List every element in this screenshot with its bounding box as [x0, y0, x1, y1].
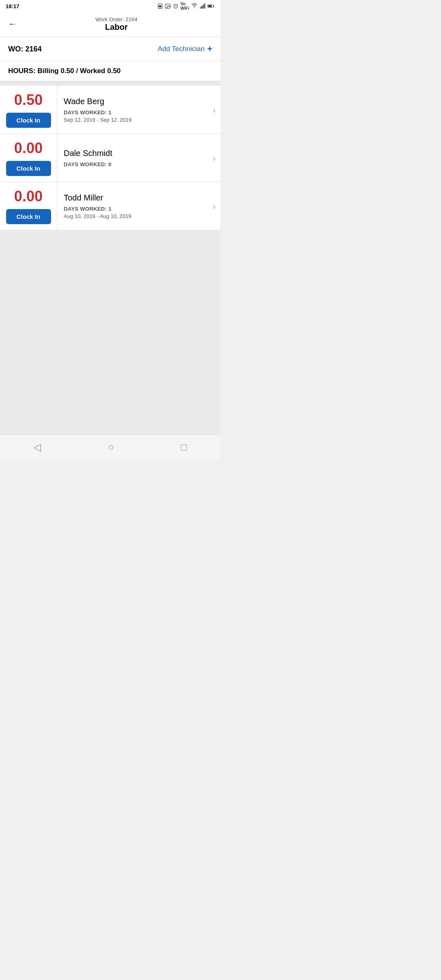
tech-left-3: 0.00 Clock In	[0, 182, 57, 230]
tech-row: 0.50 Clock In Wade Berg DAYS WORKED: 1 S…	[0, 86, 220, 134]
nav-recent-icon[interactable]: □	[181, 441, 187, 453]
battery-icon	[207, 4, 215, 9]
hours-value-1: 0.50	[14, 91, 42, 109]
hours-value-3: 0.00	[14, 188, 42, 205]
svg-rect-10	[200, 7, 201, 9]
days-worked-2: DAYS WORKED: 0	[64, 161, 214, 167]
clock-in-button-2[interactable]: Clock In	[6, 161, 51, 176]
svg-line-7	[174, 4, 174, 5]
back-button[interactable]: ←	[7, 17, 19, 31]
date-range-3: Aug 10, 2019 - Aug 10, 2019	[64, 213, 214, 219]
tech-name-2: Dale Schmidt	[64, 149, 214, 158]
svg-rect-13	[204, 4, 205, 9]
clock-in-button-1[interactable]: Clock In	[6, 113, 51, 128]
top-bar: WO: 2164 Add Technician +	[0, 37, 220, 61]
hours-text: HOURS: Billing 0.50 / Worked 0.50	[8, 67, 121, 75]
add-tech-icon: +	[207, 44, 212, 54]
header-titles: Work Order: 2164 Labor	[19, 16, 214, 32]
image-icon	[165, 3, 171, 9]
svg-rect-11	[201, 6, 202, 8]
svg-rect-1	[159, 5, 161, 7]
tech-right-1[interactable]: Wade Berg DAYS WORKED: 1 Sep 12, 2019 - …	[57, 86, 220, 134]
header: ← Work Order: 2164 Labor	[0, 12, 220, 37]
tech-name-3: Todd Miller	[64, 193, 214, 203]
separator	[0, 82, 220, 86]
svg-point-3	[167, 5, 167, 6]
status-icons: VoWiFi	[157, 2, 215, 11]
nav-home-icon[interactable]: ○	[108, 441, 114, 453]
alarm-icon	[173, 3, 178, 9]
svg-rect-16	[208, 5, 212, 7]
tech-left-2: 0.00 Clock In	[0, 134, 57, 182]
tech-name-1: Wade Berg	[64, 97, 214, 106]
tech-right-3[interactable]: Todd Miller DAYS WORKED: 1 Aug 10, 2019 …	[57, 182, 220, 230]
days-worked-1: DAYS WORKED: 1	[64, 109, 214, 116]
chevron-icon-1: ›	[213, 105, 216, 114]
tech-row: 0.00 Clock In Dale Schmidt DAYS WORKED: …	[0, 134, 220, 182]
chevron-icon-2: ›	[213, 153, 216, 163]
status-bar: 18:17 VoWiFi	[0, 0, 220, 12]
svg-rect-15	[214, 6, 214, 7]
bottom-nav: ◁ ○ □	[0, 434, 220, 459]
wifi-icon	[191, 3, 198, 9]
date-range-1: Sep 12, 2019 - Sep 12, 2019	[64, 117, 214, 123]
chevron-icon-3: ›	[213, 201, 216, 211]
header-subtitle: Work Order: 2164	[19, 16, 214, 22]
vowifi-icon: VoWiFi	[180, 2, 189, 11]
svg-point-9	[194, 7, 195, 8]
empty-area	[0, 230, 220, 434]
tech-right-2[interactable]: Dale Schmidt DAYS WORKED: 0 ›	[57, 134, 220, 182]
days-worked-3: DAYS WORKED: 1	[64, 206, 214, 212]
hours-bar: HOURS: Billing 0.50 / Worked 0.50	[0, 61, 220, 82]
tech-list: 0.50 Clock In Wade Berg DAYS WORKED: 1 S…	[0, 86, 220, 230]
tech-left-1: 0.50 Clock In	[0, 86, 57, 134]
add-tech-label: Add Technician	[158, 45, 205, 53]
clock-in-button-3[interactable]: Clock In	[6, 209, 51, 224]
tech-row: 0.00 Clock In Todd Miller DAYS WORKED: 1…	[0, 182, 220, 230]
sim-icon	[157, 3, 163, 9]
add-technician-button[interactable]: Add Technician +	[158, 44, 212, 54]
signal-icon	[200, 3, 205, 9]
svg-rect-12	[203, 5, 204, 9]
svg-line-8	[177, 4, 178, 5]
wo-label: WO: 2164	[8, 45, 42, 53]
status-time: 18:17	[6, 3, 19, 9]
header-title: Labor	[19, 22, 214, 32]
svg-line-6	[176, 7, 176, 7]
nav-back-icon[interactable]: ◁	[33, 441, 41, 453]
hours-value-2: 0.00	[14, 140, 42, 157]
